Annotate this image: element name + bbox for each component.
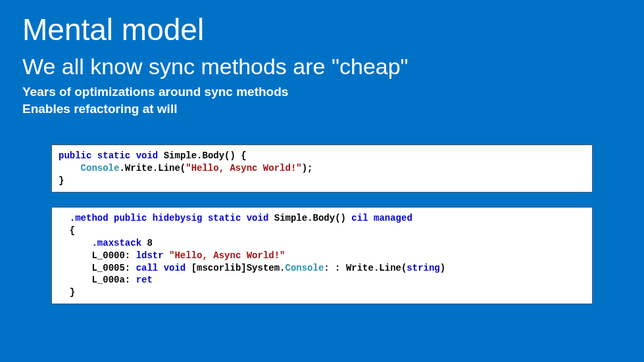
type-console: Console <box>81 163 120 173</box>
code-area: public static void Simple.Body() { Conso… <box>22 145 622 304</box>
string-literal: "Hello, Async World!" <box>186 163 301 173</box>
bullet-1: Years of optimizations around sync metho… <box>22 83 622 101</box>
il-string: "Hello, Async World!" <box>169 250 285 261</box>
il-close-paren: ) <box>440 263 445 273</box>
il-hidebysig: hidebysig <box>153 213 203 223</box>
il-static: static <box>208 213 241 223</box>
il-call-void: void <box>164 263 186 273</box>
il-close-brace: } <box>59 287 75 298</box>
il-cil: cil <box>351 213 368 223</box>
slide-title: Mental model <box>22 12 622 47</box>
il-open-brace: { <box>59 225 75 236</box>
call: Write.Line( <box>125 163 186 173</box>
csharp-code-box: public static void Simple.Body() { Conso… <box>51 145 593 192</box>
il-string-type: string <box>407 263 439 273</box>
il-ldstr: ldstr <box>136 250 164 261</box>
il-public: public <box>114 213 147 223</box>
il-l0000: L_0000: <box>91 250 136 261</box>
bullet-2: Enables refactoring at will <box>22 101 622 118</box>
il-method: .method <box>70 213 109 223</box>
kw-public: public <box>59 150 91 161</box>
il-managed: managed <box>374 213 412 223</box>
il-writeline: : : Write.Line( <box>324 263 407 273</box>
kw-void: void <box>136 150 159 161</box>
il-ret: ret <box>136 275 153 285</box>
indent <box>59 163 81 173</box>
slide: Mental model We all know sync methods ar… <box>0 0 644 362</box>
il-maxstack: .maxstack <box>91 238 141 248</box>
il-call: call <box>136 263 159 273</box>
call-end: ); <box>302 163 313 173</box>
kw-static: static <box>97 150 130 161</box>
method-sig: Simple.Body() { <box>164 150 247 161</box>
il-mscorlib: [mscorlib]System. <box>186 263 285 273</box>
il-maxstack-val: 8 <box>141 238 153 248</box>
il-code-box: .method public hidebysig static void Sim… <box>51 207 593 304</box>
close-brace: } <box>59 175 64 186</box>
il-l000a: L_000a: <box>91 275 136 285</box>
dot: . <box>119 163 124 173</box>
il-console: Console <box>285 263 324 273</box>
il-void: void <box>247 213 269 223</box>
il-l0005: L_0005: <box>91 263 136 273</box>
il-method-name: Simple.Body() <box>274 213 346 223</box>
slide-subtitle: We all know sync methods are "cheap" <box>22 54 622 79</box>
